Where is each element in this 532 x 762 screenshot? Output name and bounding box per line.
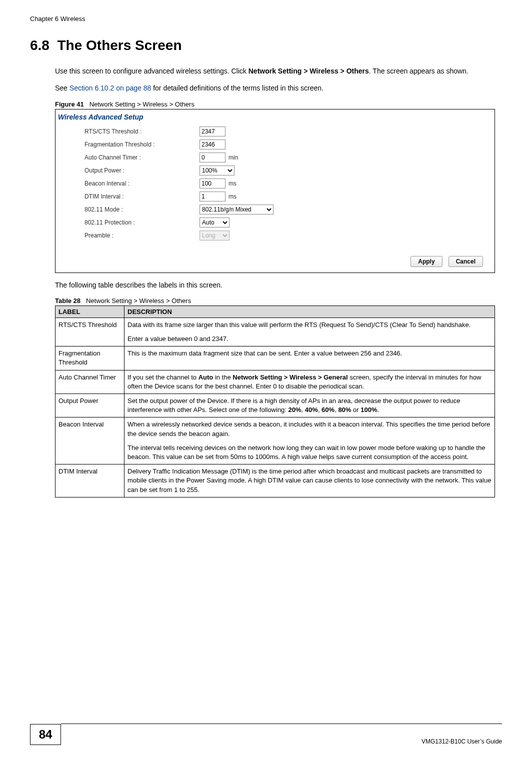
- table-row: Output Power Set the output power of the…: [56, 394, 495, 418]
- cell-label: RTS/CTS Threshold: [56, 318, 124, 346]
- see-link[interactable]: Section 6.10.2 on page 88: [70, 84, 151, 92]
- cell-desc: When a wirelessly networked device sends…: [124, 418, 495, 464]
- guide-name: VMG1312-B10C User’s Guide: [422, 738, 502, 745]
- cell-desc: If you set the channel to Auto in the Ne…: [124, 370, 495, 394]
- desc-p1: When a wirelessly networked device sends…: [128, 420, 492, 438]
- input-auto-channel[interactable]: [200, 152, 226, 162]
- see-paragraph: See Section 6.10.2 on page 88 for detail…: [55, 83, 502, 93]
- label-output-power: Output Power :: [84, 167, 200, 174]
- see-b: for detailed definitions of the terms li…: [151, 84, 324, 92]
- figure-frame: Wireless Advanced Setup RTS/CTS Threshol…: [55, 109, 495, 273]
- cancel-button[interactable]: Cancel: [448, 256, 483, 267]
- row-beacon: Beacon Interval : ms: [57, 177, 493, 190]
- th-label: LABEL: [56, 306, 124, 318]
- intro-a: Use this screen to configure advanced wi…: [55, 67, 248, 75]
- seg: 60%: [322, 406, 334, 414]
- seg: Network Setting > Wireless > General: [232, 374, 348, 381]
- select-output-power[interactable]: 100%: [200, 166, 234, 176]
- input-dtim[interactable]: [200, 192, 226, 202]
- cell-desc: Delivery Traffic Indication Message (DTI…: [124, 464, 495, 498]
- seg: ,: [302, 406, 305, 414]
- label-dtim: DTIM Interval :: [84, 193, 200, 200]
- table-row: Beacon Interval When a wirelessly networ…: [56, 418, 495, 464]
- figure-caption-text: Network Setting > Wireless > Others: [90, 100, 194, 108]
- select-preamble: Long: [200, 230, 230, 240]
- table-caption-text: Network Setting > Wireless > Others: [86, 297, 191, 304]
- row-auto-channel: Auto Channel Timer : min: [57, 151, 493, 164]
- input-beacon[interactable]: [200, 178, 226, 188]
- figure-label: Figure 41: [55, 100, 84, 108]
- intro-path: Network Setting > Wireless > Others: [248, 67, 369, 75]
- seg: or: [351, 406, 360, 414]
- cell-label: Fragmentation Threshold: [56, 346, 124, 370]
- cell-label: Beacon Interval: [56, 418, 124, 464]
- button-row: Apply Cancel: [57, 242, 493, 271]
- intro-c: . The screen appears as shown.: [369, 67, 468, 75]
- seg: .: [377, 406, 379, 414]
- table-row: RTS/CTS Threshold Data with its frame si…: [56, 318, 495, 346]
- row-dtim: DTIM Interval : ms: [57, 190, 493, 203]
- select-80211-mode[interactable]: 802.11b/g/n Mixed: [200, 204, 274, 214]
- row-rts: RTS/CTS Threshold :: [57, 125, 493, 138]
- th-description: DESCRIPTION: [124, 306, 495, 318]
- label-80211-protection: 802.11 Protection :: [84, 219, 200, 226]
- label-frag: Fragmentation Threshold :: [84, 141, 200, 148]
- seg: 100%: [360, 406, 377, 414]
- label-beacon: Beacon Interval :: [84, 180, 200, 187]
- table-label: Table 28: [55, 297, 80, 304]
- unit-ms-1: ms: [226, 180, 236, 187]
- row-80211-protection: 802.11 Protection : Auto: [57, 216, 493, 229]
- table-caption: Table 28 Network Setting > Wireless > Ot…: [55, 297, 502, 304]
- section-number: 6.8: [30, 38, 50, 53]
- desc-p1: Data with its frame size larger than thi…: [128, 320, 492, 330]
- seg: 40%: [305, 406, 318, 414]
- row-preamble: Preamble : Long: [57, 229, 493, 242]
- footer: 84 VMG1312-B10C User’s Guide: [30, 724, 502, 745]
- input-frag[interactable]: [200, 140, 226, 150]
- row-output-power: Output Power : 100%: [57, 164, 493, 177]
- cell-desc: Data with its frame size larger than thi…: [124, 318, 495, 346]
- after-figure-text: The following table describes the labels…: [55, 280, 502, 290]
- panel-title: Wireless Advanced Setup: [57, 111, 493, 125]
- row-80211-mode: 802.11 Mode : 802.11b/g/n Mixed: [57, 203, 493, 216]
- label-auto-channel: Auto Channel Timer :: [84, 154, 200, 161]
- seg: 80%: [338, 406, 351, 414]
- section-title: 6.8 The Others Screen: [30, 38, 502, 54]
- table-header-row: LABEL DESCRIPTION: [56, 306, 495, 318]
- apply-button[interactable]: Apply: [410, 256, 442, 267]
- unit-min: min: [226, 154, 238, 161]
- row-frag: Fragmentation Threshold :: [57, 138, 493, 151]
- table-row: Fragmentation Threshold This is the maxi…: [56, 346, 495, 370]
- cell-label: Auto Channel Timer: [56, 370, 124, 394]
- figure-caption: Figure 41 Network Setting > Wireless > O…: [55, 100, 502, 108]
- cell-label: DTIM Interval: [56, 464, 124, 498]
- cell-desc: This is the maximum data fragment size t…: [124, 346, 495, 370]
- label-rts: RTS/CTS Threshold :: [84, 128, 200, 135]
- see-a: See: [55, 84, 70, 92]
- chapter-header: Chapter 6 Wireless: [30, 15, 502, 22]
- desc-p2: The interval tells receiving devices on …: [128, 444, 492, 462]
- seg: 20%: [288, 406, 302, 414]
- description-table: LABEL DESCRIPTION RTS/CTS Threshold Data…: [55, 306, 495, 498]
- table-row: DTIM Interval Delivery Traffic Indicatio…: [56, 464, 495, 498]
- label-80211-mode: 802.11 Mode :: [84, 206, 200, 213]
- seg: If you set the channel to: [128, 374, 198, 381]
- section-heading: The Others Screen: [58, 38, 182, 53]
- cell-label: Output Power: [56, 394, 124, 418]
- input-rts[interactable]: [200, 126, 226, 136]
- select-80211-protection[interactable]: Auto: [200, 218, 230, 228]
- seg: Auto: [198, 374, 214, 381]
- seg: in the: [213, 374, 232, 381]
- cell-desc: Set the output power of the Device. If t…: [124, 394, 495, 418]
- page-number: 84: [30, 724, 61, 745]
- table-row: Auto Channel Timer If you set the channe…: [56, 370, 495, 394]
- unit-ms-2: ms: [226, 193, 236, 200]
- intro-paragraph: Use this screen to configure advanced wi…: [55, 66, 502, 76]
- label-preamble: Preamble :: [84, 232, 200, 239]
- desc-p2: Enter a value between 0 and 2347.: [128, 334, 492, 344]
